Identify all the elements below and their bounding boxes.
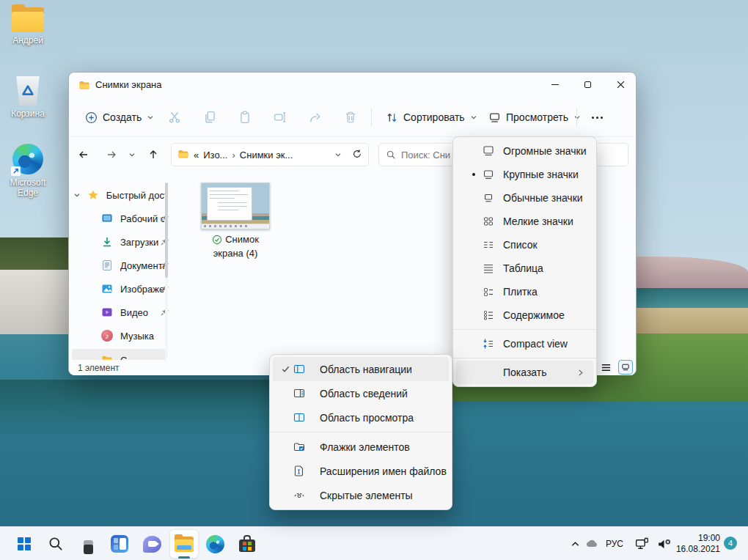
sidebar-scrollbar-thumb[interactable] bbox=[165, 183, 168, 278]
up-button[interactable] bbox=[142, 143, 165, 166]
notification-badge[interactable]: 4 bbox=[724, 537, 737, 550]
copy-button[interactable] bbox=[197, 104, 223, 130]
chevron-down-icon bbox=[470, 114, 477, 121]
chat-button[interactable] bbox=[137, 529, 166, 559]
breadcrumb-separator-icon: › bbox=[232, 150, 235, 161]
start-button[interactable] bbox=[10, 529, 39, 559]
file-item-screenshot[interactable]: Снимок экрана (4) bbox=[199, 183, 272, 259]
toolbar-separator bbox=[576, 108, 577, 127]
window-title: Снимки экрана bbox=[95, 79, 162, 90]
search-icon bbox=[48, 536, 64, 552]
minimize-button[interactable] bbox=[538, 73, 571, 97]
delete-button[interactable] bbox=[337, 104, 364, 130]
sidebar-item-label: Документы bbox=[120, 260, 164, 271]
pictures-icon bbox=[101, 283, 113, 295]
more-options-button[interactable] bbox=[584, 104, 610, 130]
file-extensions-icon bbox=[293, 465, 305, 477]
store-button[interactable] bbox=[232, 529, 262, 559]
list-view-toggle[interactable] bbox=[601, 362, 612, 375]
list-view-icon bbox=[601, 362, 612, 373]
view-button-label: Просмотреть bbox=[506, 111, 568, 123]
menu-item-compact-view[interactable]: Compact view bbox=[456, 332, 593, 355]
menu-item-huge-icons[interactable]: Огромные значки bbox=[456, 139, 593, 163]
view-dropdown-menu: Огромные значки Крупные значки Обычные з… bbox=[452, 136, 597, 387]
file-name-line1: Снимок bbox=[225, 234, 259, 246]
star-icon bbox=[87, 189, 99, 201]
taskbar-search-button[interactable] bbox=[41, 529, 70, 559]
cut-button[interactable] bbox=[161, 104, 188, 130]
menu-item-small-icons[interactable]: Мелкие значки bbox=[456, 210, 593, 233]
desktop-icon-recycle-bin[interactable]: Корзина bbox=[0, 76, 56, 119]
submenu-item-preview-pane[interactable]: Область просмотра bbox=[273, 405, 449, 430]
search-icon bbox=[386, 150, 396, 160]
desktop-icon-label: Корзина bbox=[0, 108, 56, 119]
paste-icon bbox=[238, 111, 252, 124]
edge-button[interactable] bbox=[200, 529, 230, 559]
widgets-icon bbox=[111, 535, 128, 553]
forward-button[interactable] bbox=[100, 143, 123, 166]
sidebar-item-pictures[interactable]: Изображен bbox=[72, 278, 166, 300]
chevron-down-icon[interactable] bbox=[72, 191, 83, 199]
cut-icon bbox=[168, 111, 181, 124]
file-thumbnail bbox=[201, 183, 270, 229]
menu-item-medium-icons[interactable]: Обычные значки bbox=[456, 186, 593, 210]
breadcrumb-parent[interactable]: Изо... bbox=[203, 150, 227, 161]
breadcrumb-current[interactable]: Снимки эк... bbox=[240, 150, 293, 161]
tray-show-hidden-button[interactable] bbox=[568, 527, 582, 560]
breadcrumb-bar[interactable]: « Изо... › Снимки эк... bbox=[171, 143, 369, 166]
desktop-icon-edge[interactable]: Microsoft Edge bbox=[0, 144, 56, 198]
thumbnail-view-icon bbox=[621, 363, 630, 372]
refresh-button[interactable] bbox=[352, 149, 362, 161]
breadcrumb-overflow-icon[interactable]: « bbox=[194, 150, 199, 161]
menu-item-tiles[interactable]: Плитка bbox=[456, 280, 593, 303]
widgets-button[interactable] bbox=[105, 529, 134, 559]
menu-item-show[interactable]: Показать bbox=[456, 361, 593, 384]
submenu-item-details-pane[interactable]: Область сведений bbox=[273, 381, 449, 405]
menu-item-list[interactable]: Список bbox=[456, 233, 593, 257]
navigation-pane-icon bbox=[293, 363, 305, 375]
menu-item-content[interactable]: Содержимое bbox=[456, 303, 593, 327]
sort-button[interactable]: Сортировать bbox=[378, 105, 485, 130]
edge-icon bbox=[12, 144, 43, 174]
tray-clock-button[interactable]: 19:00 16.08.2021 bbox=[659, 533, 720, 555]
menu-item-details[interactable]: Таблица bbox=[456, 257, 593, 280]
address-dropdown-button[interactable] bbox=[334, 150, 342, 161]
tray-language-button[interactable]: РУС bbox=[603, 527, 626, 560]
rename-button[interactable] bbox=[267, 104, 293, 130]
view-button[interactable]: Просмотреть bbox=[481, 105, 588, 130]
compact-view-icon bbox=[483, 338, 494, 350]
submenu-item-file-extensions[interactable]: Расширения имен файлов bbox=[273, 459, 449, 483]
sidebar-item-downloads[interactable]: Загрузки bbox=[72, 231, 166, 253]
share-button[interactable] bbox=[302, 104, 329, 130]
folder-icon bbox=[78, 79, 90, 94]
tiles-icon bbox=[483, 286, 494, 298]
selected-radio-icon bbox=[472, 173, 475, 176]
sidebar-quick-access[interactable]: Быстрый доступ bbox=[72, 184, 166, 206]
maximize-icon bbox=[584, 81, 591, 88]
new-button-label: Создать bbox=[103, 111, 142, 123]
sidebar-item-videos[interactable]: Видео bbox=[72, 301, 166, 323]
recent-locations-button[interactable] bbox=[123, 143, 141, 166]
huge-icons-icon bbox=[483, 145, 494, 157]
ellipsis-icon bbox=[592, 117, 603, 119]
task-view-button[interactable] bbox=[73, 529, 103, 559]
maximize-button[interactable] bbox=[571, 73, 604, 97]
thumbnail-view-toggle-selected[interactable] bbox=[618, 360, 633, 375]
running-app-indicator bbox=[178, 556, 190, 559]
sidebar-item-music[interactable]: ♪ Музыка bbox=[72, 325, 166, 347]
back-button[interactable] bbox=[72, 143, 95, 166]
tray-network-button[interactable] bbox=[632, 527, 651, 560]
sidebar-item-desktop[interactable]: Рабочий сто bbox=[72, 207, 166, 229]
tray-onedrive-button[interactable] bbox=[583, 527, 601, 560]
submenu-item-item-checkboxes[interactable]: Флажки элементов bbox=[273, 435, 449, 459]
menu-item-large-icons[interactable]: Крупные значки bbox=[456, 163, 593, 186]
sidebar-item-documents[interactable]: Документы bbox=[72, 254, 166, 276]
close-button[interactable] bbox=[604, 73, 637, 97]
chevron-down-icon bbox=[128, 151, 136, 158]
desktop-icon-user-folder[interactable]: Андрей bbox=[0, 7, 56, 45]
paste-button[interactable] bbox=[232, 104, 258, 130]
submenu-item-navigation-pane[interactable]: Область навигации bbox=[273, 357, 449, 381]
file-explorer-button[interactable] bbox=[169, 529, 199, 559]
submenu-item-hidden-items[interactable]: Скрытые элементы bbox=[273, 483, 449, 507]
new-button[interactable]: Создать bbox=[78, 105, 161, 130]
